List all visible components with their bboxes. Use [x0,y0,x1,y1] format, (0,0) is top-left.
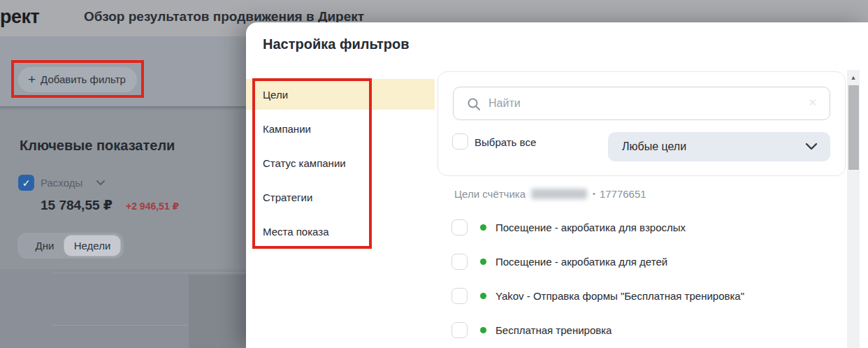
goal-label: Yakov - Отправка формы "Бесплатная трени… [496,290,744,302]
goal-status-dot [480,224,486,231]
goals-filter-header-card: ✕ Выбрать все Любые цели [437,71,846,176]
modal-title: Настройка фильтров [263,36,409,52]
filter-category-campaigns[interactable]: Кампании [246,113,435,144]
period-tabs: Дни Недели [17,233,124,259]
filter-category-goals[interactable]: Цели [246,79,435,110]
goal-status-dot [480,327,486,333]
scrollbar-thumb[interactable] [848,85,859,170]
goal-type-dropdown-value: Любые цели [622,140,686,153]
goal-type-dropdown[interactable]: Любые цели [608,132,830,161]
scrollbar[interactable]: ▲ [847,70,860,348]
metric-value: 15 784,55 ₽ [41,197,113,213]
chevron-down-icon [805,143,818,151]
counter-name-redacted [531,189,587,199]
chevron-down-icon[interactable] [96,180,106,187]
goal-row: Yakov - Отправка формы "Бесплатная трени… [451,287,744,304]
metric-delta: +2 946,51 ₽ [126,201,179,212]
goal-label: Посещение - акробатика для взрослых [496,222,686,233]
filter-category-list: Цели Кампании Статус кампании Стратегии … [246,79,437,250]
clear-search-icon[interactable]: ✕ [808,96,817,109]
metric-label[interactable]: Расходы [41,177,82,189]
chart-area [0,269,246,348]
search-input[interactable] [489,88,789,119]
filter-category-placements[interactable]: Места показа [246,216,435,247]
chart-gridline [52,273,246,273]
counter-label: Цели счётчика [454,188,526,200]
search-box: ✕ [453,87,830,120]
filter-settings-modal: Настройка фильтров Цели Кампании Статус … [246,22,868,348]
goal-checkbox[interactable] [451,219,468,235]
tab-weeks[interactable]: Недели [64,235,121,256]
filter-category-strategies[interactable]: Стратегии [246,182,435,212]
add-filter-button[interactable]: +Добавить фильтр [18,67,137,92]
goal-label: Бесплатная тренировка [496,324,612,336]
direct-logo: рект [0,6,39,28]
goal-row: Посещение - акробатика для детей [451,253,667,270]
select-all-checkbox[interactable] [452,133,468,150]
goal-status-dot [480,259,486,265]
scroll-up-icon[interactable]: ▲ [847,74,860,81]
screen: рект Обзор результатов продвижения в Дир… [0,0,868,348]
goal-checkbox[interactable] [451,254,468,270]
kpi-heading: Ключевые показатели [20,138,175,154]
search-icon [467,97,481,111]
counter-id: 17776651 [600,188,646,200]
counter-separator: • [593,189,595,198]
counter-goals-header: Цели счётчика • 17776651 [454,187,646,200]
goal-label: Посещение - акробатика для детей [496,256,667,268]
chart-highlight-column [189,275,246,348]
goal-status-dot [480,293,486,299]
goal-row: Посещение - акробатика для взрослых [451,219,686,235]
add-filter-label: Добавить фильтр [41,73,126,85]
metric-checkbox[interactable]: ✓ [18,175,34,191]
goal-checkbox[interactable] [451,288,468,304]
filter-category-campaign-status[interactable]: Статус кампании [246,147,435,178]
goal-checkbox[interactable] [451,322,468,338]
plus-icon: + [28,72,36,87]
goal-row: Бесплатная тренировка [451,321,612,338]
select-all-label: Выбрать все [475,136,536,148]
